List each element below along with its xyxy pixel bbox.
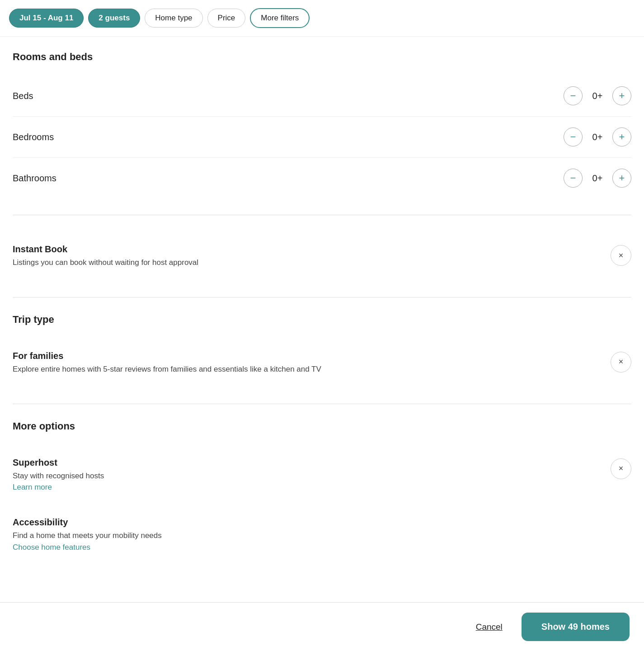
plus-icon: + (619, 172, 625, 184)
divider-2 (13, 297, 631, 297)
bedrooms-decrease-button[interactable]: − (564, 127, 583, 146)
bathrooms-decrease-button[interactable]: − (564, 169, 583, 188)
filter-price[interactable]: Price (207, 9, 246, 28)
bathrooms-controls: − 0+ + (564, 169, 631, 188)
minus-icon: − (570, 90, 576, 102)
beds-label: Beds (13, 91, 33, 101)
bedrooms-value: 0+ (591, 132, 604, 142)
accessibility-description: Find a home that meets your mobility nee… (13, 530, 631, 541)
accessibility-choose-features-link[interactable]: Choose home features (13, 543, 631, 552)
more-options-section: More options Superhost Stay with recogni… (13, 420, 631, 552)
show-homes-button[interactable]: Show 49 homes (522, 613, 630, 641)
instant-book-close-button[interactable]: × (611, 245, 631, 266)
filter-bar: Jul 15 - Aug 11 2 guests Home type Price… (0, 0, 644, 37)
superhost-close-button[interactable]: × (611, 458, 631, 479)
superhost-content: Superhost Stay with recognised hosts Lea… (13, 458, 600, 492)
filter-guests[interactable]: 2 guests (88, 9, 140, 28)
instant-book-section: Instant Book Listings you can book witho… (13, 231, 631, 281)
instant-book-row: Instant Book Listings you can book witho… (13, 231, 631, 281)
beds-increase-button[interactable]: + (612, 86, 631, 105)
for-families-title: For families (13, 351, 600, 361)
close-icon: × (619, 357, 624, 367)
plus-icon: + (619, 131, 625, 143)
for-families-content: For families Explore entire homes with 5… (13, 351, 600, 375)
trip-type-section: Trip type For families Explore entire ho… (13, 314, 631, 387)
instant-book-description: Listings you can book without waiting fo… (13, 257, 600, 268)
cancel-button[interactable]: Cancel (468, 616, 511, 638)
bathrooms-label: Bathrooms (13, 173, 56, 184)
superhost-learn-more-link[interactable]: Learn more (13, 483, 600, 492)
rooms-and-beds-title: Rooms and beds (13, 51, 631, 63)
filter-home-type[interactable]: Home type (145, 9, 202, 28)
superhost-description: Stay with recognised hosts (13, 471, 600, 481)
beds-controls: − 0+ + (564, 86, 631, 105)
bedrooms-label: Bedrooms (13, 132, 54, 142)
close-icon: × (619, 464, 624, 473)
superhost-row: Superhost Stay with recognised hosts Lea… (13, 445, 631, 505)
filter-dates[interactable]: Jul 15 - Aug 11 (9, 9, 84, 28)
accessibility-block: Accessibility Find a home that meets you… (13, 505, 631, 552)
beds-value: 0+ (591, 91, 604, 101)
superhost-title: Superhost (13, 458, 600, 468)
bottom-bar: Cancel Show 49 homes (0, 602, 644, 651)
main-content: Rooms and beds Beds − 0+ + Bedrooms − 0+ (0, 37, 644, 624)
beds-decrease-button[interactable]: − (564, 86, 583, 105)
for-families-row: For families Explore entire homes with 5… (13, 338, 631, 387)
bedrooms-row: Bedrooms − 0+ + (13, 117, 631, 158)
filter-more-filters[interactable]: More filters (250, 8, 310, 28)
divider-3 (13, 404, 631, 404)
minus-icon: − (570, 172, 576, 184)
divider-1 (13, 215, 631, 215)
rooms-and-beds-section: Rooms and beds Beds − 0+ + Bedrooms − 0+ (13, 51, 631, 198)
plus-icon: + (619, 90, 625, 102)
bathrooms-value: 0+ (591, 173, 604, 184)
close-icon: × (619, 251, 624, 260)
bathrooms-increase-button[interactable]: + (612, 169, 631, 188)
for-families-close-button[interactable]: × (611, 352, 631, 373)
trip-type-title: Trip type (13, 314, 631, 326)
instant-book-title: Instant Book (13, 244, 600, 255)
for-families-description: Explore entire homes with 5-star reviews… (13, 364, 600, 375)
more-options-title: More options (13, 420, 631, 432)
bedrooms-increase-button[interactable]: + (612, 127, 631, 146)
bathrooms-row: Bathrooms − 0+ + (13, 158, 631, 198)
beds-row: Beds − 0+ + (13, 75, 631, 117)
minus-icon: − (570, 131, 576, 143)
instant-book-content: Instant Book Listings you can book witho… (13, 244, 600, 268)
accessibility-title: Accessibility (13, 517, 631, 528)
bedrooms-controls: − 0+ + (564, 127, 631, 146)
